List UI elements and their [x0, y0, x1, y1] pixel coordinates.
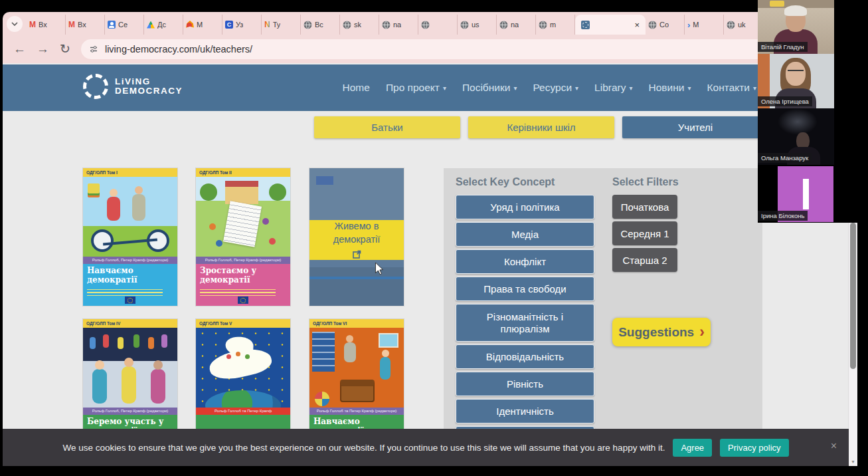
tab-strip: MВхMВхСеДсМCУзNТуВсsknausnam×Со›МukГлНо … — [3, 12, 857, 35]
nav-item-контакти[interactable]: Контакти▾ — [707, 82, 757, 94]
art-shape — [269, 183, 286, 201]
chevron-down-icon: ▾ — [753, 84, 756, 92]
globe-icon — [382, 21, 391, 29]
tab-12[interactable]: na — [497, 15, 536, 35]
tab-8[interactable]: sk — [340, 15, 379, 35]
concept-button-5[interactable]: Різноманітність і плюралізм — [456, 304, 594, 342]
participant-video-1[interactable]: Віталій Гладун — [758, 0, 834, 54]
cookie-close-icon[interactable]: × — [831, 441, 837, 451]
browser-toolbar: ← → ↻ living-democracy.com/uk/teachers/ … — [3, 35, 857, 63]
tab-5[interactable]: CУз — [222, 15, 262, 35]
cookie-message: We use cookies to ensure that we give yo… — [62, 443, 665, 453]
art-shape — [90, 337, 96, 349]
tab-close-icon[interactable]: × — [634, 20, 640, 30]
book-volume-label: ОДГ/ОЛП Том I — [83, 168, 177, 177]
tab-3[interactable]: Дс — [144, 15, 183, 35]
nav-item-label: Посібники — [462, 82, 511, 94]
address-bar[interactable]: living-democracy.com/uk/teachers/ G a ☆ — [81, 39, 847, 59]
agree-button[interactable]: Agree — [673, 439, 712, 457]
tab-10[interactable] — [418, 15, 458, 35]
nav-item-про-проект[interactable]: Про проект▾ — [386, 82, 446, 94]
reload-button[interactable]: ↻ — [60, 43, 70, 55]
tab-search-button[interactable] — [7, 16, 23, 32]
forward-button[interactable]: → — [37, 43, 49, 55]
art-shape — [236, 352, 240, 356]
tab-7[interactable]: Вс — [301, 15, 340, 35]
tab-16[interactable]: ›М — [685, 15, 724, 35]
tab-11[interactable]: us — [458, 15, 497, 35]
page-viewport: LiViNG DEMOCRACY HomeПро проект▾Посібник… — [3, 63, 857, 466]
nav-item-label: Home — [343, 82, 370, 94]
audience-tab-2[interactable]: Керівники шкіл — [468, 116, 614, 138]
back-button[interactable]: ← — [13, 43, 26, 55]
nav-item-ресурси[interactable]: Ресурси▾ — [533, 82, 578, 94]
nav-item-home[interactable]: Home — [343, 82, 370, 94]
suggestions-button[interactable]: Suggestions › — [612, 318, 711, 346]
tab-13[interactable]: m — [536, 15, 575, 35]
browser-window: MВхMВхСеДсМCУзNТуВсsknausnam×Со›МukГлНо … — [3, 12, 857, 466]
art-shape — [148, 337, 154, 349]
book-subtitle-lines — [87, 288, 163, 297]
tab-0[interactable]: MВх — [27, 15, 66, 35]
privacy-policy-button[interactable]: Privacy policy — [720, 439, 788, 457]
tab-1[interactable]: MВх — [66, 15, 105, 35]
concept-button-7[interactable]: Рівність — [456, 372, 594, 396]
scrollbar-thumb[interactable] — [850, 223, 856, 369]
tab-label: М — [693, 21, 699, 29]
art-shape — [216, 240, 222, 247]
concept-button-8[interactable]: Ідентичність — [456, 399, 594, 423]
eu-stars — [240, 298, 246, 303]
art-shape — [380, 357, 391, 380]
art-shape — [269, 238, 276, 245]
filter-button-2[interactable]: Середня 1 — [612, 221, 677, 245]
filter-button-3[interactable]: Старша 2 — [612, 248, 677, 272]
book-title-band: Зростаємо у демократії — [196, 264, 290, 306]
book-cover-2[interactable]: ОДГ/ОЛП Том IIРольф Голлоб, Петер Крапф … — [196, 168, 290, 306]
blue-app-icon: C — [225, 21, 233, 29]
art-shape — [88, 183, 100, 193]
participant-video-3[interactable]: Ольга Манзарук — [758, 108, 834, 165]
chevron-down-icon: ▾ — [513, 84, 517, 92]
concept-button-6[interactable]: Відповідальність — [456, 344, 594, 369]
tab-6[interactable]: NТу — [262, 15, 301, 35]
tab-2[interactable]: Се — [105, 15, 144, 35]
concept-button-4[interactable]: Права та свободи — [456, 277, 594, 301]
nav-item-новини[interactable]: Новини▾ — [649, 82, 691, 94]
logo-text: LiViNG DEMOCRACY — [115, 77, 183, 96]
book-title-band: Навчаємо демократії — [83, 264, 177, 306]
globe-icon — [727, 21, 735, 29]
contact-icon — [108, 21, 116, 29]
globe-icon — [460, 21, 469, 29]
concept-button-2[interactable]: Медіа — [456, 222, 594, 247]
globe-icon — [648, 21, 657, 29]
concept-button-1[interactable]: Уряд і політика — [456, 195, 594, 219]
tab-label: Уз — [236, 21, 243, 29]
book-cover-3[interactable]: Живемо в демократії — [309, 168, 404, 306]
tab-15[interactable]: Со — [646, 15, 685, 35]
tab-9[interactable]: na — [379, 15, 418, 35]
book-hover-overlay[interactable]: Живемо в демократії — [309, 220, 404, 260]
participant-video-4[interactable]: Ірина Білоконь — [758, 165, 834, 223]
book-art — [309, 328, 404, 408]
audience-tab-1[interactable]: Батьки — [314, 116, 460, 138]
tab-label: Со — [659, 21, 669, 29]
nav-item-посібники[interactable]: Посібники▾ — [462, 82, 517, 94]
participant-video-2[interactable]: Олена Іртищева — [758, 54, 834, 108]
concept-button-3[interactable]: Конфлікт — [456, 249, 594, 274]
filter-button-1[interactable]: Початкова — [612, 195, 677, 219]
tab-label: uk — [738, 21, 746, 29]
url-text[interactable]: living-democracy.com/uk/teachers/ — [105, 44, 804, 55]
book-volume-label: ОДГ/ОЛП Том II — [196, 168, 290, 177]
tab-label: Ту — [273, 21, 281, 29]
scrollbar-down-arrow[interactable]: ▼ — [849, 459, 857, 464]
nav-item-library[interactable]: Library▾ — [594, 82, 632, 94]
book-cover-1[interactable]: ОДГ/ОЛП Том IРольф Голлоб, Петер Крапф (… — [83, 168, 177, 306]
site-settings-icon[interactable] — [89, 45, 98, 54]
site-logo[interactable]: LiViNG DEMOCRACY — [83, 74, 183, 99]
tab-label: sk — [354, 21, 361, 29]
tab-4[interactable]: М — [183, 15, 222, 35]
tab-active[interactable]: × — [575, 15, 646, 35]
chevron-down-icon: ▾ — [443, 84, 446, 92]
book-volume-label: ОДГ/ОЛП Том IV — [83, 319, 177, 328]
audience-tab-3[interactable]: Учителі — [622, 116, 768, 138]
